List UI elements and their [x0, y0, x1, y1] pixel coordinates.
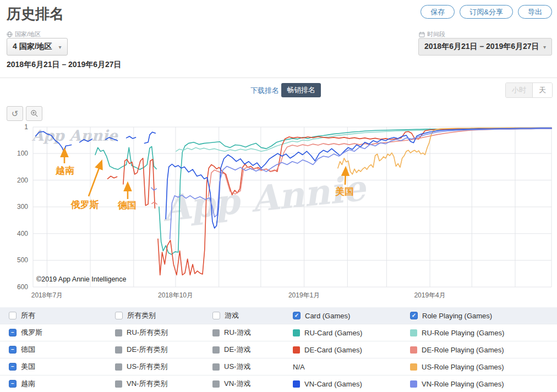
series-swatch[interactable] — [293, 346, 300, 354]
unchecked-checkbox-icon[interactable] — [9, 312, 17, 319]
caret-down-icon: ▾ — [59, 44, 62, 50]
chart-copyright: ©2019 App Annie Intelligence — [36, 275, 127, 283]
save-button[interactable]: 保存 — [421, 5, 455, 19]
zoom-mode-button[interactable] — [26, 106, 42, 121]
toggle-hour[interactable]: 小时 — [506, 83, 532, 97]
legend-series-cell[interactable]: N/A — [293, 363, 410, 371]
legend-series-cell[interactable]: DE-游戏 — [212, 345, 293, 355]
series-swatch[interactable] — [410, 363, 417, 371]
series-line-VN-Card (Games)[interactable] — [127, 136, 136, 139]
action-buttons: 保存 订阅&分享 导出 — [421, 5, 552, 19]
series-line-RU-Card (Games)[interactable] — [95, 147, 156, 170]
legend-series-label: RU-所有类别 — [127, 328, 168, 338]
toggle-day[interactable]: 天 — [532, 83, 552, 97]
rank-chart-svg[interactable]: 11002003004005006002018年7月2018年10月2019年1… — [0, 102, 557, 307]
legend-country-label: 越南 — [21, 379, 35, 389]
legend-header-label: Card (Games) — [305, 312, 350, 320]
country-selector[interactable]: 4 国家/地区 ▾ — [7, 38, 68, 56]
series-line-RU-Card (Games)[interactable] — [159, 128, 551, 255]
annotation-arrow — [345, 169, 346, 185]
series-line-VN-Card (Games)[interactable] — [36, 131, 72, 152]
legend-series-cell[interactable]: US-游戏 — [212, 362, 293, 372]
subscribe-share-button[interactable]: 订阅&分享 — [460, 5, 513, 19]
legend-series-cell[interactable]: RU-Card (Games) — [293, 329, 410, 337]
series-swatch[interactable] — [410, 346, 417, 354]
legend-series-cell[interactable]: VN-所有类别 — [115, 379, 212, 389]
series-swatch[interactable] — [293, 329, 300, 336]
y-axis-tick: 200 — [17, 176, 28, 184]
unchecked-checkbox-icon[interactable] — [115, 312, 123, 319]
y-axis-tick: 600 — [17, 283, 28, 291]
legend-series-cell[interactable]: VN-Role Playing (Games) — [410, 380, 557, 388]
indeterminate-checkbox-icon[interactable]: − — [9, 329, 17, 336]
series-swatch[interactable] — [410, 380, 417, 388]
series-line-DE-Card (Games)[interactable] — [108, 176, 117, 179]
series-swatch[interactable] — [410, 329, 417, 336]
legend-series-cell[interactable]: RU-游戏 — [212, 328, 293, 338]
legend-series-label: VN-游戏 — [224, 379, 250, 389]
series-line-VN-Card (Games)[interactable] — [106, 137, 118, 141]
legend-series-label: N/A — [293, 363, 305, 371]
reset-zoom-button[interactable]: ↺ — [7, 106, 23, 121]
series-swatch[interactable] — [212, 380, 220, 388]
globe-icon — [7, 31, 13, 37]
series-line-VN-Card (Games)[interactable] — [145, 132, 156, 143]
series-swatch[interactable] — [115, 380, 122, 388]
legend-header-label: 所有 — [21, 311, 35, 321]
legend-header-cell-4[interactable]: ✓Role Playing (Games) — [410, 312, 557, 320]
legend-series-cell[interactable]: VN-游戏 — [212, 379, 293, 389]
checked-checkbox-icon[interactable]: ✓ — [410, 312, 418, 319]
legend-series-cell[interactable]: VN-Card (Games) — [293, 380, 410, 388]
indeterminate-checkbox-icon[interactable]: − — [9, 363, 17, 371]
legend-series-label: DE-Role Playing (Games) — [422, 346, 504, 354]
legend-series-cell[interactable]: RU-所有类别 — [115, 328, 212, 338]
tab-download-rank[interactable]: 下载排名 — [250, 86, 279, 96]
y-axis-tick: 1 — [24, 123, 28, 131]
legend-country-cell[interactable]: −俄罗斯 — [9, 328, 115, 338]
period-filter-label: 时间段 — [419, 30, 445, 38]
legend-country-label: 德国 — [21, 345, 35, 355]
series-line-VN-Role Playing (Games)[interactable] — [170, 129, 551, 239]
checked-checkbox-icon[interactable]: ✓ — [293, 312, 301, 319]
legend-header-cell-1[interactable]: 所有类别 — [115, 311, 212, 321]
series-swatch[interactable] — [212, 329, 220, 336]
legend-series-cell[interactable]: RU-Role Playing (Games) — [410, 329, 557, 337]
series-swatch[interactable] — [115, 329, 122, 336]
annotation-label: 俄罗斯 — [70, 200, 99, 210]
legend-row-美国: −美国US-所有类别US-游戏N/AUS-Role Playing (Games… — [0, 358, 557, 375]
rank-history-chart: App Annie App Annie 11002003004005006002… — [0, 102, 557, 307]
series-swatch[interactable] — [293, 380, 300, 388]
period-selector[interactable]: 2018年6月21日 – 2019年6月27日 ▾ — [418, 38, 552, 56]
legend-country-cell[interactable]: −德国 — [9, 345, 115, 355]
tab-grossing-rank[interactable]: 畅销排名 — [281, 83, 321, 97]
indeterminate-checkbox-icon[interactable]: − — [9, 346, 17, 354]
unchecked-checkbox-icon[interactable] — [212, 312, 220, 319]
legend-series-cell[interactable]: DE-Card (Games) — [293, 346, 410, 354]
legend-series-label: RU-Card (Games) — [304, 329, 362, 337]
legend-header-cell-0[interactable]: 所有 — [9, 311, 115, 321]
legend-series-cell[interactable]: DE-所有类别 — [115, 345, 212, 355]
x-axis-tick: 2018年10月 — [158, 291, 193, 299]
indeterminate-checkbox-icon[interactable]: − — [9, 380, 17, 388]
series-swatch[interactable] — [115, 363, 122, 371]
legend-header-cell-3[interactable]: ✓Card (Games) — [293, 312, 410, 320]
series-swatch[interactable] — [212, 346, 220, 354]
legend-country-label: 俄罗斯 — [21, 328, 42, 338]
series-line-US-Role Playing (Games)[interactable] — [338, 128, 551, 175]
y-axis-tick: 400 — [17, 230, 28, 238]
legend-series-cell[interactable]: DE-Role Playing (Games) — [410, 346, 557, 354]
legend-header-cell-2[interactable]: 游戏 — [212, 311, 293, 321]
legend-series-cell[interactable]: US-所有类别 — [115, 362, 212, 372]
caret-down-icon: ▾ — [543, 44, 546, 50]
export-button[interactable]: 导出 — [518, 5, 552, 19]
chart-gridlines — [33, 127, 551, 287]
series-line-VN-Card (Games)[interactable] — [166, 128, 551, 228]
series-swatch[interactable] — [115, 346, 122, 354]
legend-country-cell[interactable]: −越南 — [9, 379, 115, 389]
annotation-label: 德国 — [117, 200, 136, 211]
series-line-DE-Card (Games)[interactable] — [158, 128, 551, 275]
legend-series-cell[interactable]: US-Role Playing (Games) — [410, 363, 557, 371]
legend-country-cell[interactable]: −美国 — [9, 362, 115, 372]
magnifier-zoom-icon — [30, 109, 39, 118]
series-swatch[interactable] — [212, 363, 220, 371]
